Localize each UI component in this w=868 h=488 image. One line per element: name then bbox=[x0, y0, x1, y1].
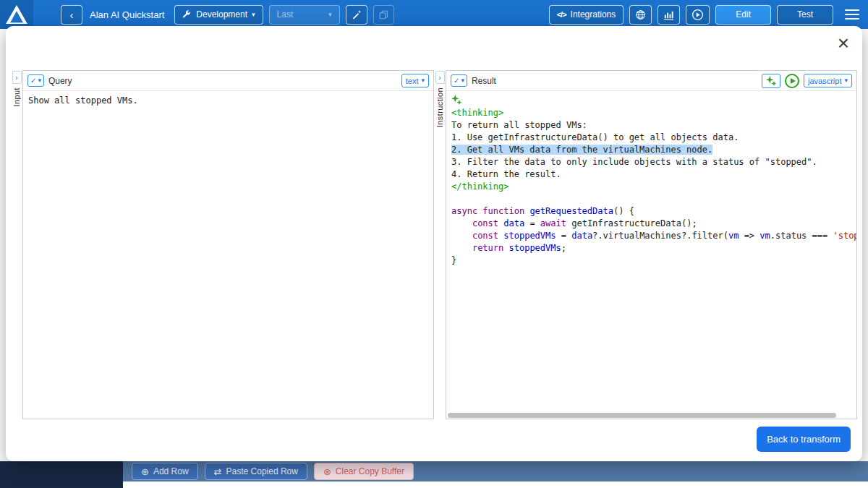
collapse-instruction-button[interactable]: › bbox=[435, 71, 445, 84]
chevron-down-icon: ▾ bbox=[328, 12, 332, 18]
alan-logo-icon bbox=[5, 4, 28, 25]
code-line: 2. Get all VMs data from the virtualMach… bbox=[451, 144, 851, 156]
wrench-icon bbox=[182, 10, 192, 20]
clear-label: Clear Copy Buffer bbox=[336, 466, 404, 476]
test-tab[interactable]: Test bbox=[777, 5, 833, 25]
result-check-select[interactable]: ✓ ▾ bbox=[451, 74, 467, 87]
chevron-down-icon: ▾ bbox=[252, 12, 255, 18]
environment-dropdown[interactable]: Development ▾ bbox=[174, 5, 263, 25]
code-line: return stoppedVMs; bbox=[451, 242, 851, 254]
globe-icon bbox=[635, 9, 646, 20]
top-bar: ‹ Alan AI Quickstart Development ▾ Last … bbox=[0, 0, 868, 29]
project-title: Alan AI Quickstart bbox=[90, 9, 164, 20]
edit-tab[interactable]: Edit bbox=[715, 5, 771, 25]
back-chevron-icon: ‹ bbox=[70, 9, 74, 21]
chevron-down-icon: ▾ bbox=[461, 77, 464, 84]
bar-chart-icon bbox=[663, 9, 674, 20]
footer-main: ⊕ Add Row ⇄ Paste Copied Row ⊗ Clear Cop… bbox=[123, 461, 868, 488]
paste-copied-row-button[interactable]: ⇄ Paste Copied Row bbox=[205, 463, 307, 480]
environment-label: Development bbox=[196, 9, 247, 20]
page-footer: ⊕ Add Row ⇄ Paste Copied Row ⊗ Clear Cop… bbox=[0, 461, 868, 488]
transform-dialog: × › Input ✓ ▾ Query text ▾ bbox=[6, 26, 862, 461]
query-panel: ✓ ▾ Query text ▾ Show all stopped VMs. bbox=[22, 70, 434, 419]
query-text: Show all stopped VMs. bbox=[28, 95, 138, 106]
circle-x-icon: ⊗ bbox=[323, 467, 331, 476]
result-editor[interactable]: <thinking>To return all stopped VMs:1. U… bbox=[446, 91, 856, 419]
copy-icon bbox=[379, 10, 388, 20]
result-panel: ✓ ▾ Result javascript ▾ bbox=[446, 70, 857, 419]
add-row-button[interactable]: ⊕ Add Row bbox=[132, 463, 198, 480]
query-panel-title: Query bbox=[48, 76, 72, 86]
check-icon: ✓ bbox=[454, 77, 459, 85]
result-language-value: javascript bbox=[808, 77, 841, 85]
result-language-select[interactable]: javascript ▾ bbox=[804, 74, 852, 87]
code-line: 1. Use getInfrastructureData() to get al… bbox=[451, 132, 851, 144]
paste-label: Paste Copied Row bbox=[226, 466, 298, 476]
query-type-select[interactable]: text ▾ bbox=[401, 74, 429, 87]
version-label: Last bbox=[277, 9, 294, 20]
row-toolbar: ⊕ Add Row ⇄ Paste Copied Row ⊗ Clear Cop… bbox=[123, 461, 868, 481]
chevron-down-icon: ▾ bbox=[844, 77, 848, 84]
query-check-select[interactable]: ✓ ▾ bbox=[27, 74, 44, 87]
check-icon: ✓ bbox=[30, 77, 36, 85]
code-line bbox=[451, 193, 851, 205]
sparkle-plus-icon bbox=[451, 95, 461, 105]
close-icon[interactable]: × bbox=[836, 32, 851, 55]
add-row-label: Add Row bbox=[153, 466, 189, 476]
code-line: } bbox=[451, 254, 851, 267]
code-brackets-icon: </> bbox=[557, 10, 566, 19]
paste-icon: ⇄ bbox=[214, 467, 222, 476]
code-line: const stoppedVMs = data?.virtualMachines… bbox=[451, 230, 851, 242]
clear-copy-buffer-button[interactable]: ⊗ Clear Copy Buffer bbox=[314, 463, 414, 480]
chevron-right-icon: › bbox=[15, 74, 17, 82]
copy-button[interactable] bbox=[373, 5, 394, 25]
instruction-strip-label: Instruction bbox=[435, 87, 444, 127]
code-line: To return all stopped VMs: bbox=[451, 119, 851, 132]
globe-button[interactable] bbox=[629, 5, 652, 25]
query-type-value: text bbox=[406, 77, 419, 85]
query-editor[interactable]: Show all stopped VMs. bbox=[23, 91, 433, 419]
code-line: 4. Return the result. bbox=[451, 168, 851, 181]
instruction-strip: › Instruction bbox=[434, 70, 446, 419]
back-to-transform-button[interactable]: Back to transform bbox=[757, 427, 851, 452]
alan-logo[interactable] bbox=[0, 0, 33, 29]
horizontal-scrollbar[interactable] bbox=[448, 413, 836, 418]
version-dropdown[interactable]: Last ▾ bbox=[269, 5, 340, 25]
play-circle-icon bbox=[692, 9, 704, 21]
input-strip: › Input bbox=[11, 70, 22, 419]
menu-icon[interactable] bbox=[845, 9, 859, 20]
play-icon bbox=[791, 78, 796, 84]
result-panel-header: ✓ ▾ Result javascript ▾ bbox=[446, 71, 856, 91]
run-code-button[interactable] bbox=[785, 74, 799, 88]
sidebar-corner bbox=[0, 461, 123, 488]
dialog-panels: › Input ✓ ▾ Query text ▾ Show all stoppe… bbox=[11, 70, 857, 419]
input-strip-label: Input bbox=[12, 87, 21, 106]
wand-icon bbox=[352, 9, 362, 20]
circle-plus-icon: ⊕ bbox=[141, 467, 149, 476]
result-panel-title: Result bbox=[472, 76, 496, 86]
sparkle-plus-icon bbox=[766, 76, 776, 86]
integrations-button[interactable]: </> Integrations bbox=[549, 5, 624, 25]
collapse-input-button[interactable]: › bbox=[12, 71, 22, 84]
sparkle-row bbox=[451, 95, 851, 106]
chevron-down-icon: ▾ bbox=[38, 77, 41, 84]
code-line: <thinking> bbox=[451, 107, 851, 119]
integrations-label: Integrations bbox=[571, 9, 616, 20]
analytics-button[interactable] bbox=[658, 5, 680, 25]
code-block: <thinking>To return all stopped VMs:1. U… bbox=[451, 107, 851, 267]
query-panel-header: ✓ ▾ Query text ▾ bbox=[23, 71, 433, 91]
code-line: 3. Filter the data to only include objec… bbox=[451, 156, 851, 168]
code-line: </thinking> bbox=[451, 181, 851, 193]
wand-button[interactable] bbox=[346, 5, 367, 25]
code-line: async function getRequestedData() { bbox=[451, 205, 851, 218]
code-line: const data = await getInfrastructureData… bbox=[451, 218, 851, 230]
back-button[interactable]: ‹ bbox=[61, 5, 82, 25]
chevron-down-icon: ▾ bbox=[421, 77, 425, 84]
generate-button[interactable] bbox=[762, 74, 780, 88]
run-button[interactable] bbox=[686, 5, 710, 25]
chevron-right-icon: › bbox=[438, 74, 441, 82]
